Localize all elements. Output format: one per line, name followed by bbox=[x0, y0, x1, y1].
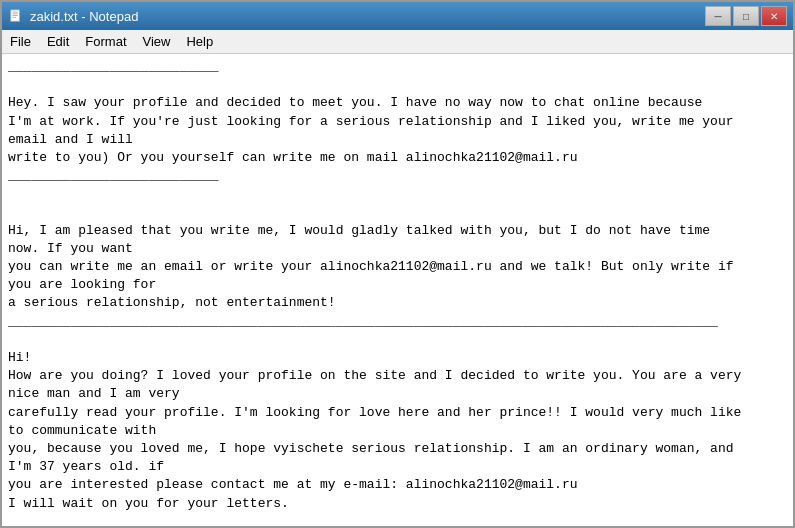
window-controls: ─ □ ✕ bbox=[705, 6, 787, 26]
editor-area bbox=[2, 54, 793, 526]
notepad-icon bbox=[8, 8, 24, 24]
menu-format[interactable]: Format bbox=[77, 32, 134, 51]
menu-view[interactable]: View bbox=[135, 32, 179, 51]
svg-rect-1 bbox=[13, 12, 18, 13]
title-bar: zakid.txt - Notepad ─ □ ✕ bbox=[2, 2, 793, 30]
text-editor[interactable] bbox=[2, 54, 793, 526]
notepad-window: zakid.txt - Notepad ─ □ ✕ File Edit Form… bbox=[0, 0, 795, 528]
menu-edit[interactable]: Edit bbox=[39, 32, 77, 51]
window-title: zakid.txt - Notepad bbox=[30, 9, 138, 24]
minimize-button[interactable]: ─ bbox=[705, 6, 731, 26]
title-bar-left: zakid.txt - Notepad bbox=[8, 8, 138, 24]
svg-rect-2 bbox=[13, 13, 18, 14]
menu-bar: File Edit Format View Help bbox=[2, 30, 793, 54]
maximize-button[interactable]: □ bbox=[733, 6, 759, 26]
menu-help[interactable]: Help bbox=[178, 32, 221, 51]
menu-file[interactable]: File bbox=[2, 32, 39, 51]
svg-rect-3 bbox=[13, 15, 18, 16]
svg-rect-4 bbox=[13, 17, 17, 18]
close-button[interactable]: ✕ bbox=[761, 6, 787, 26]
